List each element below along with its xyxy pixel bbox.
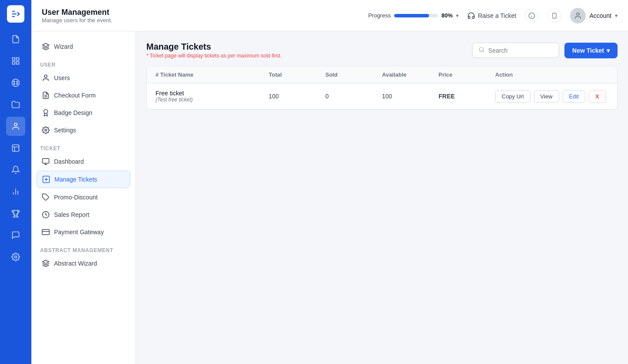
svg-line-39 xyxy=(483,51,484,52)
progress-label: Progress xyxy=(368,12,391,19)
copy-url-button[interactable]: Copy Url xyxy=(495,90,530,103)
page-title: User Management xyxy=(42,8,368,17)
new-ticket-button[interactable]: New Ticket ▾ xyxy=(564,43,618,58)
cell-action: Copy Url View Edit X xyxy=(495,90,608,103)
col-sold: Sold xyxy=(325,71,382,78)
icon-bar-grid[interactable] xyxy=(6,51,25,71)
sidebar-item-users[interactable]: Users xyxy=(37,70,130,86)
icon-bar-file[interactable] xyxy=(6,30,25,49)
icon-bar xyxy=(0,0,31,364)
svg-rect-0 xyxy=(13,58,15,61)
edit-button[interactable]: Edit xyxy=(563,90,585,103)
info-button[interactable] xyxy=(525,9,539,23)
account-label: Account xyxy=(589,12,611,19)
sales-report-label: Sales Report xyxy=(54,211,89,218)
icon-bar-chart[interactable] xyxy=(6,182,25,201)
sidebar-item-dashboard[interactable]: Dashboard xyxy=(37,153,130,170)
sidebar-item-promo-discount[interactable]: Promo-Discount xyxy=(37,189,130,206)
content-subtitle: * Ticket page will display tickets as pe… xyxy=(146,53,282,59)
icon-bar-chat[interactable] xyxy=(6,226,25,245)
new-ticket-caret-icon: ▾ xyxy=(607,47,610,54)
cell-available: 100 xyxy=(382,93,439,100)
table-header: # Ticket Name Total Sold Available Price… xyxy=(147,66,617,84)
cell-total: 100 xyxy=(269,93,325,100)
ticket-name-text: Free ticket xyxy=(155,90,269,97)
svg-point-25 xyxy=(44,110,48,114)
sidebar-item-checkout-form[interactable]: Checkout Form xyxy=(37,87,130,104)
cell-price: FREE xyxy=(439,93,495,100)
header-actions: Progress 80% ▾ Raise a Ticket xyxy=(368,8,618,24)
badge-design-label: Badge Design xyxy=(54,109,92,116)
svg-point-9 xyxy=(14,123,17,126)
body-area: Wizard User Users Checkout Form xyxy=(31,31,628,364)
new-ticket-label: New Ticket xyxy=(572,47,604,54)
abstract-wizard-label: Abstract Wizard xyxy=(54,260,97,267)
sidebar-section-user: User xyxy=(37,58,130,70)
sidebar-item-manage-tickets[interactable]: Manage Tickets xyxy=(37,171,130,188)
wizard-icon xyxy=(42,43,50,51)
cell-sold: 0 xyxy=(325,93,382,100)
svg-rect-2 xyxy=(17,62,19,64)
sidebar-section-abstract: Abstract Management xyxy=(37,244,130,255)
icon-bar-bell[interactable] xyxy=(6,160,25,179)
raise-ticket-label: Raise a Ticket xyxy=(478,12,516,19)
content-title: Manage Tickets xyxy=(146,42,282,52)
svg-point-8 xyxy=(17,83,18,84)
sidebar-item-sales-report[interactable]: Sales Report xyxy=(37,206,130,223)
content-title-block: Manage Tickets * Ticket page will displa… xyxy=(146,42,282,59)
delete-button[interactable]: X xyxy=(589,90,606,103)
icon-bar-report[interactable] xyxy=(6,138,25,158)
icon-bar-folder[interactable] xyxy=(6,95,25,114)
sidebar-item-payment-gateway[interactable]: Payment Gateway xyxy=(37,224,130,240)
manage-tickets-icon xyxy=(42,175,50,183)
payment-gateway-label: Payment Gateway xyxy=(54,229,104,236)
col-action: Action xyxy=(495,71,608,78)
content-area: Manage Tickets * Ticket page will displa… xyxy=(136,31,628,364)
svg-point-6 xyxy=(17,81,18,82)
sidebar-item-wizard[interactable]: Wizard xyxy=(37,38,130,55)
promo-discount-icon xyxy=(42,193,50,201)
manage-tickets-label: Manage Tickets xyxy=(54,176,97,183)
users-label: Users xyxy=(54,74,70,81)
sales-report-icon xyxy=(42,211,50,219)
col-total: Total xyxy=(269,71,325,78)
settings-label: Settings xyxy=(54,127,76,134)
raise-ticket-button[interactable]: Raise a Ticket xyxy=(467,12,516,20)
view-button[interactable]: View xyxy=(534,90,559,103)
sidebar-item-badge-design[interactable]: Badge Design xyxy=(37,104,130,121)
progress-bar xyxy=(394,14,438,17)
svg-point-7 xyxy=(14,83,15,84)
page-subtitle: Manage users for the event. xyxy=(42,17,368,24)
icon-bar-gear[interactable] xyxy=(6,247,25,266)
search-icon xyxy=(479,47,485,54)
sidebar-item-abstract-wizard[interactable]: Abstract Wizard xyxy=(37,255,130,272)
cell-ticket-name: Free ticket (Test free ticket) xyxy=(155,90,269,103)
tickets-table: # Ticket Name Total Sold Available Price… xyxy=(146,66,618,110)
dashboard-label: Dashboard xyxy=(54,158,84,165)
checkout-form-icon xyxy=(42,91,50,99)
main-wrapper: User Management Manage users for the eve… xyxy=(31,0,628,364)
progress-dropdown[interactable]: ▾ xyxy=(456,13,459,19)
svg-rect-3 xyxy=(13,62,15,64)
icon-bar-user[interactable] xyxy=(6,117,25,136)
mobile-button[interactable] xyxy=(547,9,561,23)
badge-design-icon xyxy=(42,109,50,117)
search-input[interactable] xyxy=(488,47,553,54)
account-button[interactable]: Account ▾ xyxy=(570,8,618,24)
col-price: Price xyxy=(439,71,495,78)
app-logo[interactable] xyxy=(7,5,24,23)
abstract-wizard-icon xyxy=(42,260,50,267)
search-box[interactable] xyxy=(472,43,559,58)
sidebar-item-settings[interactable]: Settings xyxy=(37,122,130,138)
col-available: Available xyxy=(382,71,439,78)
icon-bar-palette[interactable] xyxy=(6,73,25,92)
col-ticket-name: # Ticket Name xyxy=(155,71,269,78)
svg-marker-37 xyxy=(43,260,49,264)
icon-bar-trophy[interactable] xyxy=(6,204,25,223)
table-row: Free ticket (Test free ticket) 100 0 100… xyxy=(147,84,617,109)
progress-fill xyxy=(394,14,429,17)
sidebar: Wizard User Users Checkout Form xyxy=(31,31,136,364)
top-header: User Management Manage users for the eve… xyxy=(31,0,628,31)
payment-gateway-icon xyxy=(42,228,50,236)
svg-rect-35 xyxy=(42,229,50,235)
